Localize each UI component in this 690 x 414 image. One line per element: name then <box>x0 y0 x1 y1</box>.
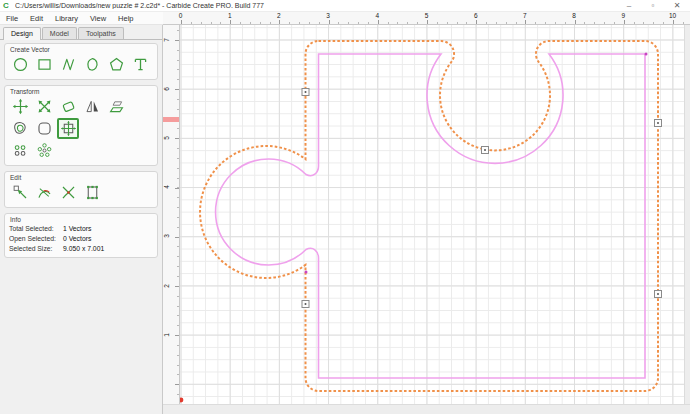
right-edge-strip <box>684 25 690 404</box>
tab-design[interactable]: Design <box>3 27 41 40</box>
transform-group: Transform <box>4 85 158 166</box>
center-tool-button[interactable] <box>57 118 79 139</box>
ruler-cursor-indicator <box>163 117 179 122</box>
circle-icon <box>12 56 29 73</box>
linear-array-tool-button[interactable] <box>9 140 31 161</box>
menu-view[interactable]: View <box>84 14 112 23</box>
ruler-x-label: 9 <box>621 12 625 19</box>
selected-vector-outline[interactable] <box>216 54 645 378</box>
ruler-y-label: 6 <box>163 87 170 91</box>
move-tool-button[interactable] <box>9 96 31 117</box>
tab-bar: DesignModelToolpaths <box>0 25 162 40</box>
ruler-y-label: 4 <box>163 185 170 189</box>
bottom-edge-strip <box>163 404 690 414</box>
ruler-x-label: 4 <box>375 12 379 19</box>
ruler-y-label: 2 <box>163 284 170 288</box>
maximize-button[interactable]: ▫ <box>648 1 658 11</box>
ruler-x-label: 0 <box>179 12 183 19</box>
edit-group: Edit <box>4 171 158 208</box>
toolpath-tab-marker[interactable] <box>655 120 662 127</box>
mirror-tool-button[interactable] <box>81 96 103 117</box>
curve-tool-button[interactable] <box>81 54 103 75</box>
info-value: 9.050 x 7.001 <box>63 244 104 254</box>
menu-file[interactable]: File <box>0 14 24 23</box>
round-corners-tool-button[interactable] <box>33 118 55 139</box>
vector-node-dot <box>645 53 648 56</box>
info-label: Total Selected: <box>9 224 63 234</box>
circular-array-tool-button[interactable] <box>33 140 55 161</box>
ruler-y-label: 7 <box>163 38 170 42</box>
info-title: Info <box>10 216 153 223</box>
ruler-x-label: 2 <box>277 12 281 19</box>
node-edit-tool-button[interactable] <box>9 182 31 203</box>
round-corners-icon <box>36 120 53 137</box>
circular-array-icon <box>36 142 53 159</box>
create-vector-title: Create Vector <box>10 46 153 53</box>
boolean-tool-button[interactable] <box>81 182 103 203</box>
info-row: Total Selected:1 Vectors <box>9 224 153 234</box>
menu-help[interactable]: Help <box>112 14 139 23</box>
toolpath-tab-marker[interactable] <box>302 89 309 96</box>
minimize-button[interactable]: – <box>624 1 634 11</box>
edit-title: Edit <box>10 174 153 181</box>
info-label: Selected Size: <box>9 244 63 254</box>
toolpath-outline[interactable] <box>200 41 658 391</box>
rectangle-icon <box>36 56 53 73</box>
ruler-x-label: 7 <box>523 12 527 19</box>
title-bar: C C:/Users/willis/Downloads/new puzzle #… <box>0 0 690 12</box>
polyline-tool-button[interactable] <box>57 54 79 75</box>
design-canvas[interactable] <box>180 25 684 404</box>
rectangle-tool-button[interactable] <box>33 54 55 75</box>
offset-icon <box>12 120 29 137</box>
menu-bar: FileEditLibraryViewHelp <box>0 12 163 25</box>
align-icon <box>108 98 125 115</box>
center-icon <box>60 120 77 137</box>
mirror-icon <box>84 98 101 115</box>
align-tool-button[interactable] <box>105 96 127 117</box>
node-edit-icon <box>12 184 29 201</box>
menu-library[interactable]: Library <box>49 14 84 23</box>
info-label: Open Selected: <box>9 234 63 244</box>
tab-model[interactable]: Model <box>42 27 77 39</box>
rotate-icon <box>60 98 77 115</box>
polygon-tool-button[interactable] <box>105 54 127 75</box>
create-vector-group: Create Vector <box>4 43 158 80</box>
horizontal-ruler: 012345678910 <box>163 12 690 25</box>
vertical-ruler: 1234567 <box>163 25 180 404</box>
toolpath-tab-marker[interactable] <box>302 301 309 308</box>
polyline-icon <box>60 56 77 73</box>
toolpath-tab-marker[interactable] <box>482 147 489 154</box>
menu-edit[interactable]: Edit <box>24 14 49 23</box>
ruler-y-label: 3 <box>163 234 170 238</box>
ruler-y-label: 1 <box>163 333 170 337</box>
app-icon: C <box>3 2 11 10</box>
left-panel: DesignModelToolpaths Create Vector Trans… <box>0 25 163 414</box>
polygon-icon <box>108 56 125 73</box>
curve-icon <box>84 56 101 73</box>
scale-icon <box>36 98 53 115</box>
toolpath-tab-marker[interactable] <box>655 291 662 298</box>
info-group: Info Total Selected:1 VectorsOpen Select… <box>4 213 158 258</box>
origin-marker <box>180 398 183 403</box>
text-tool-button[interactable] <box>129 54 151 75</box>
info-value: 0 Vectors <box>63 234 91 244</box>
info-row: Open Selected:0 Vectors <box>9 234 153 244</box>
circle-tool-button[interactable] <box>9 54 31 75</box>
trim-vectors-icon <box>36 184 53 201</box>
info-row: Selected Size:9.050 x 7.001 <box>9 244 153 254</box>
ruler-x-label: 3 <box>326 12 330 19</box>
boolean-icon <box>84 184 101 201</box>
linear-array-icon <box>12 142 29 159</box>
ruler-y-label: 5 <box>163 136 170 140</box>
close-button[interactable]: ✕ <box>672 1 682 11</box>
join-vectors-tool-button[interactable] <box>57 182 79 203</box>
offset-tool-button[interactable] <box>9 118 31 139</box>
scale-tool-button[interactable] <box>33 96 55 117</box>
trim-vectors-tool-button[interactable] <box>33 182 55 203</box>
ruler-x-label: 1 <box>228 12 232 19</box>
info-value: 1 Vectors <box>63 224 91 234</box>
tab-toolpaths[interactable]: Toolpaths <box>78 27 124 39</box>
rotate-tool-button[interactable] <box>57 96 79 117</box>
carbide-create-window: C C:/Users/willis/Downloads/new puzzle #… <box>0 0 690 414</box>
transform-title: Transform <box>10 88 153 95</box>
